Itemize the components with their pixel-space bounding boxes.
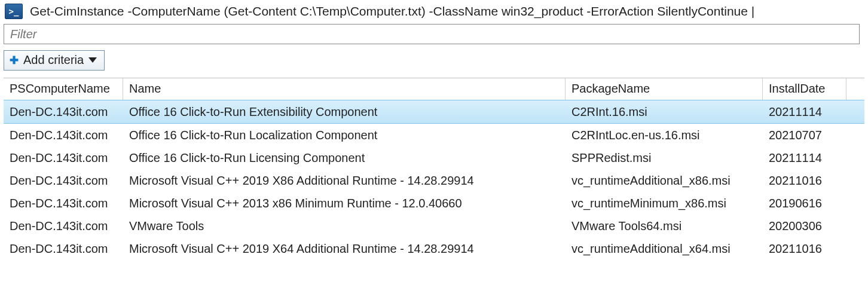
cell-name: Microsoft Visual C++ 2019 X64 Additional… <box>123 242 566 256</box>
cell-pscomputername: Den-DC.143it.com <box>4 151 123 165</box>
cell-installdate: 20200306 <box>763 219 846 233</box>
cell-name: VMware Tools <box>123 219 566 233</box>
cell-pscomputername: Den-DC.143it.com <box>4 197 123 210</box>
cell-packagename: C2RIntLoc.en-us.16.msi <box>566 128 763 142</box>
cell-installdate: 20190616 <box>763 197 846 210</box>
column-header-packagename[interactable]: PackageName <box>566 78 763 100</box>
cell-name: Microsoft Visual C++ 2013 x86 Minimum Ru… <box>123 197 566 210</box>
cell-name: Microsoft Visual C++ 2019 X86 Additional… <box>123 174 566 188</box>
filter-row <box>4 24 864 44</box>
cell-packagename: SPPRedist.msi <box>566 151 763 165</box>
command-text: Get-CimInstance -ComputerName (Get-Conte… <box>30 4 754 19</box>
cell-name: Office 16 Click-to-Run Extensibility Com… <box>123 105 566 119</box>
cell-installdate: 20211016 <box>763 242 846 256</box>
cell-pscomputername: Den-DC.143it.com <box>4 219 123 233</box>
powershell-icon: >_ <box>5 4 23 19</box>
add-criteria-label: Add criteria <box>23 53 84 67</box>
column-header-pscomputername[interactable]: PSComputerName <box>4 78 123 100</box>
cell-pscomputername: Den-DC.143it.com <box>4 242 123 256</box>
column-header-installdate[interactable]: InstallDate <box>763 78 846 100</box>
cell-packagename: vc_runtimeAdditional_x64.msi <box>566 242 763 256</box>
column-header-name[interactable]: Name <box>123 78 566 100</box>
add-criteria-button[interactable]: ✚ Add criteria <box>4 50 105 71</box>
results-table: PSComputerName Name PackageName InstallD… <box>4 78 864 260</box>
cell-name: Office 16 Click-to-Run Localization Comp… <box>123 128 566 142</box>
cell-pscomputername: Den-DC.143it.com <box>4 105 123 119</box>
table-body: Den-DC.143it.comOffice 16 Click-to-Run E… <box>4 100 864 260</box>
table-row[interactable]: Den-DC.143it.comOffice 16 Click-to-Run E… <box>4 100 864 124</box>
cell-installdate: 20211114 <box>763 105 846 119</box>
filter-input[interactable] <box>4 24 860 44</box>
cell-packagename: VMware Tools64.msi <box>566 219 763 233</box>
table-row[interactable]: Den-DC.143it.comMicrosoft Visual C++ 201… <box>4 192 864 215</box>
table-row[interactable]: Den-DC.143it.comVMware ToolsVMware Tools… <box>4 215 864 237</box>
command-bar: >_ Get-CimInstance -ComputerName (Get-Co… <box>0 0 868 24</box>
cell-installdate: 20211114 <box>763 151 846 165</box>
table-header: PSComputerName Name PackageName InstallD… <box>4 78 864 100</box>
plus-icon: ✚ <box>9 54 19 67</box>
cell-pscomputername: Den-DC.143it.com <box>4 128 123 142</box>
table-row[interactable]: Den-DC.143it.comMicrosoft Visual C++ 201… <box>4 237 864 260</box>
cell-pscomputername: Den-DC.143it.com <box>4 174 123 188</box>
cell-packagename: vc_runtimeMinimum_x86.msi <box>566 197 763 210</box>
cell-packagename: C2RInt.16.msi <box>566 105 763 119</box>
criteria-bar: ✚ Add criteria <box>0 44 868 78</box>
cell-installdate: 20211016 <box>763 174 846 188</box>
cell-packagename: vc_runtimeAdditional_x86.msi <box>566 174 763 188</box>
table-row[interactable]: Den-DC.143it.comOffice 16 Click-to-Run L… <box>4 146 864 169</box>
cell-name: Office 16 Click-to-Run Licensing Compone… <box>123 151 566 165</box>
table-row[interactable]: Den-DC.143it.comOffice 16 Click-to-Run L… <box>4 124 864 146</box>
table-row[interactable]: Den-DC.143it.comMicrosoft Visual C++ 201… <box>4 169 864 192</box>
chevron-down-icon <box>88 57 97 63</box>
cell-installdate: 20210707 <box>763 128 846 142</box>
